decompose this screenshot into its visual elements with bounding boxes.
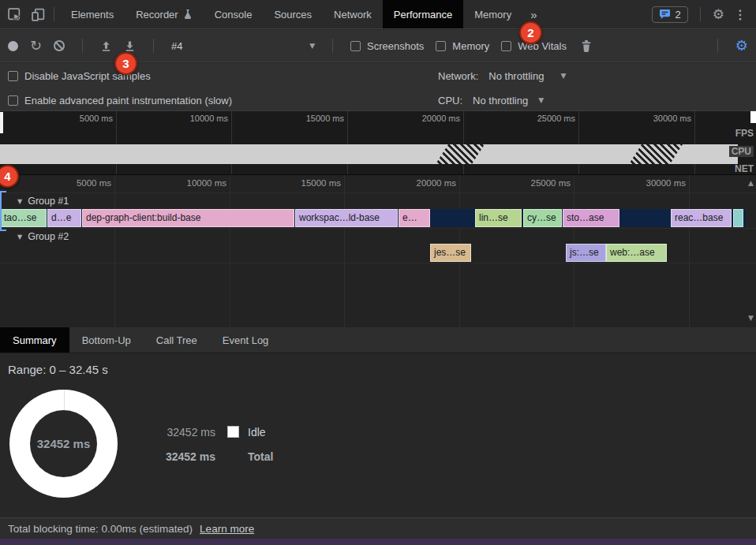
tab-strip: ElementsRecorderConsoleSourcesNetworkPer… [60,0,522,28]
toolbar-divider [153,39,154,53]
flame-row-divider [0,228,756,229]
paint-instrumentation-toggle[interactable]: Enable advanced paint instrumentation (s… [8,95,232,106]
collapse-triangle-icon[interactable]: ▼ [17,233,22,241]
overview-tick-label: 25000 ms [537,114,575,123]
toolbar-divider [82,39,83,53]
net-track-label: NET [735,163,754,174]
overview-gridline [578,111,579,174]
network-throttle-value: No throttling [488,70,544,82]
chevron-down-icon: ▼ [309,42,315,50]
tab-label: Elements [71,9,114,21]
toolbar-divider [332,39,333,53]
flame-tick-label: 25000 ms [530,178,571,188]
tab-label: Console [215,9,253,21]
flame-chart[interactable]: ▲ ▼ 5000 ms10000 ms15000 ms20000 ms25000… [0,175,756,327]
tab-label: Sources [274,9,312,21]
overview-gridline [116,111,117,174]
step-badge-3: 3 [114,52,137,75]
scroll-down-icon[interactable]: ▼ [748,314,754,322]
collapse-triangle-icon[interactable]: ▼ [17,198,22,205]
group-header-group-2[interactable]: ▼Group #2 [17,230,69,244]
tab-performance[interactable]: Performance [383,0,463,28]
flame-bar-e[interactable]: e… [399,209,430,227]
checkbox-web-vitals[interactable] [501,41,511,51]
flame-bar-reac-base[interactable]: reac…base [671,209,732,227]
flame-gridline [230,175,230,327]
flame-bar-workspac-ld-base[interactable]: workspac…ld-base [295,209,398,227]
cpu-activity-band [0,144,738,164]
learn-more-link[interactable]: Learn more [200,523,254,535]
tab-bottom-up[interactable]: Bottom-Up [69,327,144,353]
flame-bar-sto-ase[interactable]: sto…ase [563,209,619,227]
summary-panel: Range: 0 – 32.45 s 32452 ms 32452 msIdle… [0,353,756,517]
more-tabs-icon[interactable]: » [522,8,545,21]
capture-settings-gear-icon[interactable]: ⚙ [735,39,748,53]
tab-sources[interactable]: Sources [263,0,323,28]
issues-counter[interactable]: 2 [652,6,688,23]
tab-event-log[interactable]: Event Log [210,327,282,353]
scroll-up-icon[interactable]: ▲ [748,179,754,187]
step-badge-2: 2 [519,21,542,44]
cpu-throttle-select[interactable]: CPU: No throttling ▼ [438,88,544,112]
menu-dots-icon[interactable]: ⋮ [731,7,750,22]
summary-legend: 32452 msIdle32452 msTotal [148,420,273,468]
toggle-label: Screenshots [367,40,424,52]
tab-summary[interactable]: Summary [0,327,69,353]
toggle-memory[interactable]: Memory [436,40,489,52]
flame-bar-web-ase[interactable]: web:…ase [606,244,667,262]
capture-options-row-2: Enable advanced paint instrumentation (s… [0,88,756,112]
tabbar-right-controls: 2 ⚙ ⋮ [652,6,750,23]
activity-donut-chart: 32452 ms [9,390,118,498]
profile-select[interactable]: #4 ▼ [171,40,315,52]
flame-bar-jes-se[interactable]: jes…se [430,244,471,262]
tab-recorder[interactable]: Recorder [125,0,203,28]
status-footer: Total blocking time: 0.00ms (estimated) … [0,517,756,539]
legend-row: 32452 msIdle [148,420,273,444]
overview-right-handle[interactable] [750,111,756,123]
network-throttle-select[interactable]: Network: No throttling ▼ [438,64,566,88]
profile-select-value: #4 [171,40,182,52]
tabbar-left-icons [8,8,45,21]
clear-icon[interactable] [54,40,65,51]
tabbar-divider [700,7,701,21]
overview-track[interactable]: FPS CPU NET 5000 ms10000 ms15000 ms20000… [0,111,756,175]
tab-elements[interactable]: Elements [60,0,125,28]
tab-label: Recorder [136,9,178,21]
load-profile-icon[interactable] [100,40,112,52]
checkbox-screenshots[interactable] [350,41,361,51]
tab-network[interactable]: Network [323,0,383,28]
legend-row: 32452 msTotal [148,444,273,468]
overview-left-handle[interactable] [0,112,3,133]
toggle-screenshots[interactable]: Screenshots [350,40,424,52]
checkbox-paint-instrumentation[interactable] [8,95,18,106]
legend-value: 32452 ms [148,426,215,439]
flame-bar-tao-se[interactable]: tao…se [0,209,47,227]
settings-gear-icon[interactable]: ⚙ [713,8,724,21]
save-profile-icon[interactable] [124,40,136,52]
flame-bar-lin-se[interactable]: lin…se [475,209,522,227]
tab-console[interactable]: Console [204,0,264,28]
tab-call-tree[interactable]: Call Tree [144,327,210,353]
inspect-element-icon[interactable] [8,8,21,21]
device-toolbar-icon[interactable] [32,8,45,21]
overview-tick-label: 30000 ms [653,114,691,123]
flame-tick-label: 30000 ms [646,178,686,188]
checkbox-memory[interactable] [436,41,446,51]
devtools-tabbar: ElementsRecorderConsoleSourcesNetworkPer… [0,0,756,29]
reload-and-record-icon[interactable]: ↻ [30,39,42,53]
tab-memory[interactable]: Memory [463,0,522,28]
group-header-group-1[interactable]: ▼Group #1 [17,194,69,208]
range-label: Range: 0 – 32.45 s [8,363,108,376]
record-button[interactable] [8,41,18,51]
checkbox-disable-js-samples[interactable] [8,71,18,81]
flame-bar-cy-se[interactable]: cy…se [523,209,562,227]
flame-bar-d-e[interactable]: d…e [47,209,81,227]
overview-gridline [347,111,348,174]
flame-bar-item[interactable] [733,209,743,227]
flame-bar-js-se[interactable]: js:…se [566,244,606,262]
flame-tick-label: 20000 ms [416,178,456,188]
flame-tick-label: 10000 ms [186,178,226,188]
flame-bar-dep-graph-client-build-base[interactable]: dep-graph-client:build-base [82,209,294,227]
trash-icon[interactable] [580,39,593,53]
selected-group-bracket [0,191,6,231]
